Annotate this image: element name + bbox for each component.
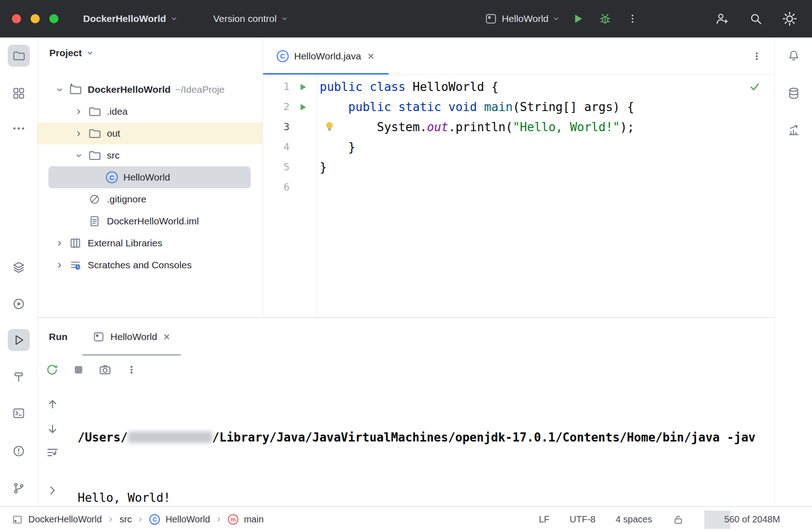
tree-item-label: src (107, 150, 120, 161)
terminal-icon[interactable] (8, 402, 30, 424)
close-icon[interactable] (367, 52, 375, 60)
project-widget[interactable]: DockerHelloWorld (83, 13, 178, 24)
git-branch-icon[interactable] (8, 477, 30, 499)
intention-bulb-icon[interactable] (323, 120, 336, 133)
search-button[interactable] (745, 8, 766, 29)
chevron-right-icon[interactable] (54, 238, 65, 249)
chevron-down-icon (281, 15, 288, 22)
thread-dump-camera-icon[interactable] (96, 361, 114, 379)
code-line: } (320, 137, 775, 157)
run-tab-label: HelloWorld (111, 331, 157, 342)
project-widget-label: DockerHelloWorld (83, 13, 166, 24)
soft-wrap-icon[interactable] (46, 446, 59, 459)
memory-indicator-label: 560 of 2048M (724, 514, 780, 525)
add-user-button[interactable] (712, 8, 733, 29)
more-actions-button[interactable] (622, 8, 643, 29)
build-icon[interactable] (8, 366, 30, 388)
scratches-icon (69, 258, 82, 272)
editor-body: 1 2 3 4 5 6 public class HelloWorld { pu… (263, 75, 775, 317)
minimize-window-button[interactable] (31, 14, 40, 23)
breadcrumb-src[interactable]: src (120, 514, 132, 525)
profiler-icon[interactable] (783, 119, 805, 141)
services-icon[interactable] (8, 293, 30, 315)
breadcrumb-method[interactable]: main (244, 514, 264, 525)
problems-icon[interactable] (8, 440, 30, 462)
stop-button[interactable] (69, 361, 88, 379)
chevron-right-icon[interactable] (73, 128, 84, 139)
lock-icon[interactable] (672, 514, 684, 526)
class-icon: C (277, 50, 289, 62)
tree-item-out[interactable]: out (37, 122, 263, 144)
run-line-icon[interactable] (290, 83, 316, 91)
tree-item-idea[interactable]: .idea (37, 101, 263, 122)
tree-item-root[interactable]: DockerHelloWorld ~/IdeaProje (37, 79, 263, 101)
tree-item-helloworld-selected[interactable]: C HelloWorld (48, 166, 251, 188)
run-config-label: HelloWorld (502, 13, 548, 24)
debug-button[interactable] (595, 8, 616, 29)
folder-icon (88, 127, 101, 140)
notifications-bell-icon[interactable] (783, 45, 805, 67)
layers-icon[interactable] (8, 256, 30, 278)
titlebar-actions (567, 8, 643, 29)
indent-widget[interactable]: 4 spaces (616, 514, 652, 525)
tree-item-src[interactable]: src (37, 144, 263, 166)
memory-indicator[interactable]: 560 of 2048M (704, 511, 800, 529)
expand-console-chevron-icon[interactable] (46, 484, 59, 497)
editor-tab-helloworld[interactable]: C HelloWorld.java (263, 37, 389, 74)
editor-tabbar: C HelloWorld.java (263, 37, 775, 75)
chevron-down-icon[interactable] (73, 150, 84, 161)
chevron-right-icon[interactable] (54, 260, 65, 271)
tool-windows-icon[interactable] (12, 514, 23, 525)
console-gutter (37, 384, 69, 506)
code-editor[interactable]: public class HelloWorld { public static … (317, 75, 775, 317)
line-separator-widget[interactable]: LF (539, 514, 549, 525)
chevron-down-icon[interactable] (54, 84, 65, 95)
tree-item-iml[interactable]: DockerHelloWorld.iml (37, 210, 263, 232)
more-tool-windows-icon[interactable] (8, 117, 30, 139)
database-icon[interactable] (783, 82, 805, 104)
project-tool-icon[interactable] (8, 45, 30, 67)
encoding-widget[interactable]: UTF-8 (569, 514, 596, 525)
tree-item-label: DockerHelloWorld (88, 84, 171, 95)
inspections-ok-icon[interactable] (749, 80, 761, 93)
run-tool-icon[interactable] (8, 329, 30, 351)
library-icon (69, 236, 82, 250)
run-panel-header: Run HelloWorld (37, 318, 775, 356)
breadcrumb-project[interactable]: DockerHelloWorld (28, 514, 102, 525)
run-console: /Users//Library/Java/JavaVirtualMachines… (37, 384, 775, 506)
titlebar: DockerHelloWorld Version control HelloWo… (0, 0, 812, 37)
redacted-username (128, 431, 212, 443)
project-folder-icon (69, 83, 82, 96)
chevron-right-icon[interactable] (73, 106, 84, 117)
close-window-button[interactable] (12, 14, 21, 23)
structure-icon[interactable] (8, 82, 30, 104)
console-options-kebab-icon[interactable] (122, 361, 141, 379)
vcs-widget[interactable]: Version control (213, 13, 288, 24)
editor-options-kebab-icon[interactable] (752, 51, 762, 61)
down-stacktrace-icon[interactable] (46, 422, 59, 436)
run-line-icon[interactable] (290, 103, 316, 111)
tree-item-path: ~/IdeaProje (175, 84, 225, 95)
project-panel-header[interactable]: Project (37, 37, 263, 69)
line-number: 2 (263, 97, 290, 117)
statusbar-widgets: LF UTF-8 4 spaces 560 of 2048M (539, 511, 800, 529)
breadcrumb-class[interactable]: HelloWorld (165, 514, 210, 525)
tree-item-label: Scratches and Consoles (88, 260, 192, 271)
tree-item-gitignore[interactable]: .gitignore (37, 188, 263, 210)
project-tool-window: Project DockerHelloWorld ~/IdeaProje (37, 37, 263, 317)
run-tab-helloworld[interactable]: HelloWorld (82, 318, 181, 356)
tree-item-scratches[interactable]: Scratches and Consoles (37, 254, 263, 276)
titlebar-right-actions (712, 8, 800, 29)
tree-item-label: DockerHelloWorld.iml (107, 216, 199, 227)
statusbar: DockerHelloWorld src C HelloWorld m main… (0, 506, 812, 532)
chevron-down-icon (553, 15, 560, 22)
close-icon[interactable] (163, 333, 171, 341)
run-button[interactable] (567, 8, 588, 29)
code-line: public class HelloWorld { (320, 77, 775, 97)
tree-item-external-libraries[interactable]: External Libraries (37, 232, 263, 254)
zoom-window-button[interactable] (49, 14, 58, 23)
rerun-button[interactable] (43, 361, 61, 379)
run-config-widget[interactable]: HelloWorld (484, 12, 560, 26)
settings-gear-icon[interactable] (779, 8, 800, 29)
up-stacktrace-icon[interactable] (46, 397, 59, 411)
